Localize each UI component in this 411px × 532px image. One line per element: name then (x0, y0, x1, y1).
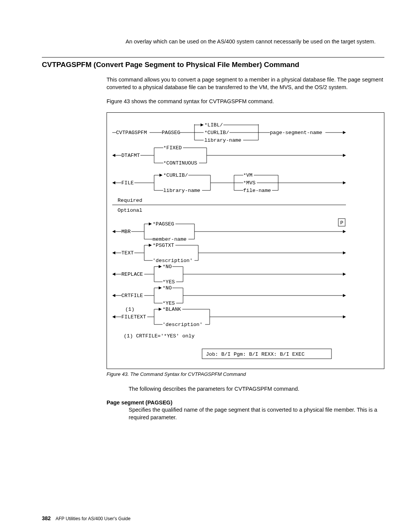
opt-continuous: *CONTINUOUS (163, 160, 197, 166)
svg-marker-103 (159, 308, 162, 311)
opt-member-name: member-name (153, 236, 186, 242)
svg-marker-32 (159, 174, 162, 177)
kw-pagseg: PAGSEG (162, 130, 180, 136)
section-divider (42, 57, 384, 58)
svg-marker-97 (343, 294, 346, 297)
opt-psgtxt: *PSGTXT (153, 243, 174, 248)
svg-marker-73 (343, 251, 346, 254)
intro-paragraph: An overlay which can be used on the AS/4… (126, 38, 384, 46)
svg-marker-79 (159, 265, 162, 268)
kw-filetext: FILETEXT (121, 314, 146, 320)
page-number: 382 (42, 515, 51, 521)
opt-library-name-2: library-name (163, 188, 200, 193)
opt-yes-1: *YES (162, 279, 175, 285)
svg-marker-26 (343, 154, 346, 157)
opt-blank: *BLANK (162, 307, 182, 312)
paragraph-2: Figure 43 shows the command syntax for C… (107, 98, 384, 105)
opt-libl: *LIBL/ (204, 122, 223, 128)
opt-fixed: *FIXED (163, 145, 182, 151)
opt-mvs: *MVS (243, 180, 255, 186)
label-required: Required (118, 198, 142, 203)
kw-replace: REPLACE (121, 272, 143, 277)
kw-file: FILE (121, 180, 134, 186)
kw-dtafmt: DTAFMT (121, 153, 140, 158)
opt-library-name-1: library-name (204, 137, 241, 143)
paragraph-1: This command allows you to convert a pag… (107, 76, 384, 91)
note-1: (1) CRTFILE='*YES' only (124, 333, 194, 339)
page-footer: 382 AFP Utilities for AS/400 User's Guid… (42, 515, 131, 521)
paragraph-3: The following describes the parameters f… (129, 385, 384, 393)
section-heading: CVTPAGSPFM (Convert Page Segment to Phys… (42, 60, 384, 70)
syntax-diagram: CVTPAGSPFM PAGSEG *LIBL/ *CURLIB/ (107, 112, 384, 369)
kw-cvtpagspfm: CVTPAGSPFM (116, 130, 147, 136)
svg-marker-85 (343, 273, 346, 276)
svg-marker-54 (149, 222, 152, 225)
kw-text: TEXT (121, 250, 134, 256)
page: An overlay which can be used on the AS/4… (8, 8, 411, 532)
opt-description-1: 'description' (153, 258, 193, 264)
opt-pagseg: *PAGSEG (153, 221, 174, 227)
arg-page-segment-name: page-segment-name (270, 130, 322, 136)
kw-mbr: MBR (121, 229, 131, 235)
svg-marker-47 (343, 181, 346, 184)
opt-curlib: *CURLIB/ (204, 130, 229, 136)
note-ref: (1) (125, 307, 134, 312)
svg-marker-60 (343, 230, 346, 233)
opt-vm: *VM (243, 173, 252, 178)
svg-marker-5 (201, 123, 204, 126)
svg-marker-67 (149, 244, 152, 247)
opt-file-name: file-name (243, 188, 271, 193)
svg-marker-109 (343, 315, 346, 318)
opt-yes-2: *YES (162, 300, 175, 306)
opt-curlib-2: *CURLIB/ (163, 173, 188, 178)
kw-crtfile: CRTFILE (121, 293, 143, 299)
figure-caption: Figure 43. The Command Syntax for CVTPAG… (107, 371, 384, 377)
param-body-pagseg: Specifies the qualified name of the page… (129, 406, 384, 421)
opt-no-1: *NO (162, 264, 172, 270)
opt-description-2: 'description' (162, 322, 202, 328)
param-title-pagseg: Page segment (PAGSEG) (107, 399, 384, 406)
svg-marker-91 (159, 286, 162, 289)
footer-text: AFP Utilities for AS/400 User's Guide (56, 516, 131, 521)
job-box: Job: B/I Pgm: B/I REXX: B/I EXEC (206, 351, 304, 357)
badge-p: P (340, 220, 343, 226)
svg-marker-14 (343, 131, 346, 134)
label-optional: Optional (118, 208, 142, 213)
opt-no-2: *NO (162, 285, 172, 291)
